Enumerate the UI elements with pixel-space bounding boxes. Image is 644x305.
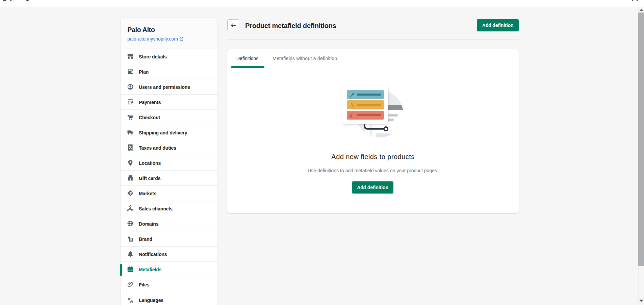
svg-text:A: A bbox=[130, 298, 133, 303]
svg-text:A: A bbox=[350, 102, 354, 109]
svg-text:#: # bbox=[349, 112, 353, 119]
